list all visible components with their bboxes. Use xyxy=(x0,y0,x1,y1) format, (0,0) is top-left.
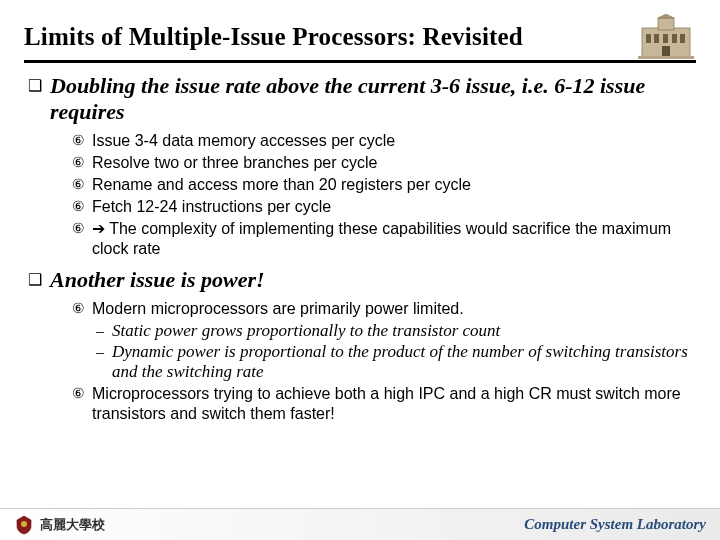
list-item: ⑥ Issue 3-4 data memory accesses per cyc… xyxy=(72,131,692,151)
list-item-text: ➔ The complexity of implementing these c… xyxy=(92,219,692,259)
svg-rect-4 xyxy=(654,34,659,43)
building-icon xyxy=(636,14,696,60)
circled-bullet-icon: ⑥ xyxy=(72,384,92,424)
svg-marker-2 xyxy=(658,14,674,18)
sub-item-text: Dynamic power is proportional to the pro… xyxy=(112,342,692,382)
list-item: ⑥ Resolve two or three branches per cycl… xyxy=(72,153,692,173)
title-row: Limits of Multiple-Issue Processors: Rev… xyxy=(24,14,696,63)
circled-bullet-icon: ⑥ xyxy=(72,131,92,151)
sub-item: – Dynamic power is proportional to the p… xyxy=(96,342,692,382)
svg-rect-9 xyxy=(638,56,694,59)
slide: Limits of Multiple-Issue Processors: Rev… xyxy=(0,0,720,540)
slide-title: Limits of Multiple-Issue Processors: Rev… xyxy=(24,23,628,51)
footer-left: 高麗大學校 xyxy=(14,515,105,535)
section-2-heading: Another issue is power! xyxy=(50,267,265,293)
svg-rect-5 xyxy=(663,34,668,43)
svg-point-10 xyxy=(21,521,27,527)
dash-bullet-icon: – xyxy=(96,321,112,341)
list-item: ⑥ Microprocessors trying to achieve both… xyxy=(72,384,692,424)
circled-bullet-icon: ⑥ xyxy=(72,197,92,217)
list-item-text: Fetch 12-24 instructions per cycle xyxy=(92,197,331,217)
footer-university-name: 高麗大學校 xyxy=(40,516,105,534)
circled-bullet-icon: ⑥ xyxy=(72,153,92,173)
sub-item-text: Static power grows proportionally to the… xyxy=(112,321,500,341)
svg-rect-3 xyxy=(646,34,651,43)
sub-items: – Static power grows proportionally to t… xyxy=(96,321,692,382)
list-item-text: Issue 3-4 data memory accesses per cycle xyxy=(92,131,395,151)
section-2-heading-row: ❑ Another issue is power! xyxy=(28,267,692,293)
university-logo-icon xyxy=(14,515,34,535)
section-1-heading: Doubling the issue rate above the curren… xyxy=(50,73,692,125)
list-item: ⑥ Rename and access more than 20 registe… xyxy=(72,175,692,195)
sub-item: – Static power grows proportionally to t… xyxy=(96,321,692,341)
svg-rect-7 xyxy=(680,34,685,43)
circled-bullet-icon: ⑥ xyxy=(72,219,92,259)
section-1-items: ⑥ Issue 3-4 data memory accesses per cyc… xyxy=(72,131,692,259)
square-bullet-icon: ❑ xyxy=(28,267,50,293)
list-item-text: Modern microprocessors are primarily pow… xyxy=(92,299,464,319)
footer-lab-name: Computer System Laboratory xyxy=(524,516,706,533)
list-item-text: Microprocessors trying to achieve both a… xyxy=(92,384,692,424)
list-item: ⑥ Modern microprocessors are primarily p… xyxy=(72,299,692,319)
circled-bullet-icon: ⑥ xyxy=(72,299,92,319)
square-bullet-icon: ❑ xyxy=(28,73,50,125)
list-item: ⑥ ➔ The complexity of implementing these… xyxy=(72,219,692,259)
section-1-heading-row: ❑ Doubling the issue rate above the curr… xyxy=(28,73,692,125)
circled-bullet-icon: ⑥ xyxy=(72,175,92,195)
svg-rect-6 xyxy=(672,34,677,43)
section-2-items: ⑥ Modern microprocessors are primarily p… xyxy=(72,299,692,424)
list-item: ⑥ Fetch 12-24 instructions per cycle xyxy=(72,197,692,217)
footer: 高麗大學校 Computer System Laboratory xyxy=(0,508,720,540)
content: ❑ Doubling the issue rate above the curr… xyxy=(24,73,696,424)
list-item-text: Resolve two or three branches per cycle xyxy=(92,153,377,173)
svg-rect-1 xyxy=(658,18,674,30)
list-item-text: Rename and access more than 20 registers… xyxy=(92,175,471,195)
dash-bullet-icon: – xyxy=(96,342,112,382)
